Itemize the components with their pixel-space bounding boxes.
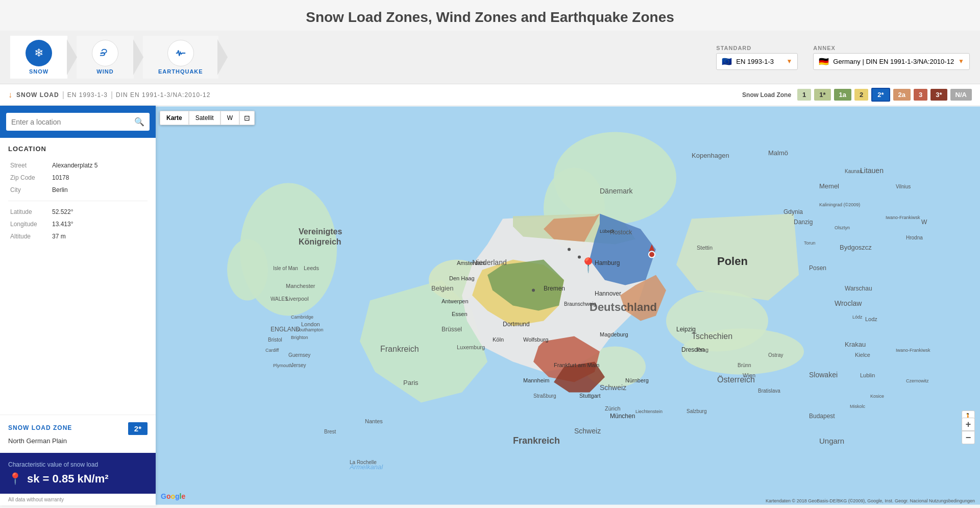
breadcrumb-standard: EN 1993-1-3 — [67, 91, 108, 99]
standard-select-group: STANDARD 🇪🇺 EN 1993-1-3 ▼ — [716, 45, 798, 70]
zone-badge-na[interactable]: N/A — [950, 89, 972, 101]
svg-text:Luxemburg: Luxemburg — [457, 344, 485, 350]
table-row: Longitude 13.413° — [9, 219, 146, 230]
svg-text:Straßburg: Straßburg — [533, 393, 556, 399]
svg-text:Warschau: Warschau — [845, 285, 872, 292]
map-fullscreen-btn[interactable]: ⊡ — [239, 111, 255, 125]
svg-text:Hrodna: Hrodna — [906, 235, 923, 240]
table-row: Altitude 37 m — [9, 231, 146, 242]
svg-text:Bydgoszcz: Bydgoszcz — [840, 244, 872, 251]
sidebar-item-wind[interactable]: WIND — [77, 36, 134, 79]
svg-text:Manchester: Manchester — [286, 283, 315, 289]
zone-badge-3[interactable]: 3 — [914, 89, 927, 101]
svg-text:Nürnberg: Nürnberg — [625, 377, 649, 383]
location-table: Street Alexanderplatz 5 Zip Code 10178 C… — [8, 159, 148, 197]
char-value-formula: 📍 sk = 0.85 kN/m² — [8, 472, 148, 486]
street-value: Alexanderplatz 5 — [51, 160, 146, 171]
svg-text:Köln: Köln — [493, 336, 504, 343]
svg-text:Stuttgart: Stuttgart — [579, 393, 601, 399]
zipcode-value: 10178 — [51, 172, 146, 183]
svg-text:Deutschland: Deutschland — [590, 301, 657, 313]
svg-text:Frankreich: Frankreich — [513, 436, 560, 446]
svg-text:Hamburg: Hamburg — [595, 259, 620, 267]
lon-value: 13.413° — [51, 219, 146, 230]
svg-text:Frankreich: Frankreich — [380, 345, 419, 353]
sidebar-item-earthquake[interactable]: EARTHQUAKE — [143, 36, 218, 79]
sidebar-item-snow[interactable]: ❄ SNOW — [10, 36, 67, 79]
table-row: Zip Code 10178 — [9, 172, 146, 183]
svg-text:Olsztyn: Olsztyn — [835, 225, 850, 230]
svg-text:Schweiz: Schweiz — [574, 427, 601, 435]
svg-text:Stettin: Stettin — [697, 245, 713, 251]
lat-value: 52.522° — [51, 206, 146, 217]
zone-badge-2[interactable]: 2 — [854, 89, 868, 101]
page-title: Snow Load Zones, Wind Zones and Earthqua… — [0, 9, 980, 26]
location-section: LOCATION Street Alexanderplatz 5 Zip Cod… — [0, 138, 156, 415]
map-type-karte[interactable]: Karte — [160, 111, 189, 125]
svg-text:Hannover: Hannover — [595, 290, 621, 297]
zone-badge-1s[interactable]: 1* — [814, 89, 830, 101]
snow-load-icon: ↓ — [8, 90, 12, 100]
zone-badge-3s[interactable]: 3* — [930, 89, 947, 101]
svg-text:Nantes: Nantes — [365, 418, 383, 424]
svg-text:Slowakei: Slowakei — [809, 371, 838, 379]
standard-label: STANDARD — [716, 45, 798, 51]
snow-zone-section: SNOW LOAD ZONE 2* North German Plain — [0, 415, 156, 453]
svg-text:Jersey: Jersey — [291, 362, 306, 368]
standard-dropdown[interactable]: 🇪🇺 EN 1993-1-3 ▼ — [716, 53, 798, 70]
coords-table: Latitude 52.522° Longitude 13.413° Altit… — [8, 205, 148, 243]
map-svg: Vereinigtes Königreich Deutschland Polen… — [156, 106, 980, 505]
standard-value: EN 1993-1-3 — [736, 58, 774, 65]
svg-text:Magdeburg: Magdeburg — [600, 331, 628, 337]
annex-select-group: ANNEX 🇩🇪 Germany | DIN EN 1991-1-3/NA:20… — [813, 45, 970, 70]
search-icon[interactable]: 🔍 — [134, 117, 144, 127]
map-type-w[interactable]: W — [220, 111, 239, 125]
svg-text:Miskolc: Miskolc — [850, 404, 866, 409]
svg-text:London: London — [301, 321, 320, 327]
svg-text:Leipzig: Leipzig — [676, 326, 696, 333]
svg-text:Bristol: Bristol — [268, 337, 282, 343]
zoom-in-button[interactable]: + — [962, 418, 975, 431]
svg-text:Amsterdam: Amsterdam — [457, 260, 485, 266]
svg-text:Wien: Wien — [743, 372, 755, 378]
svg-text:Budapest: Budapest — [809, 413, 835, 420]
nav-right: STANDARD 🇪🇺 EN 1993-1-3 ▼ ANNEX 🇩🇪 Germa… — [716, 45, 970, 70]
map-zoom-controls: + − — [962, 418, 975, 444]
annex-label: ANNEX — [813, 45, 970, 51]
svg-point-67 — [532, 289, 535, 292]
map-type-bar: Karte Satellit W ⊡ — [160, 111, 255, 125]
breadcrumb-bar: ↓ SNOW LOAD | EN 1993-1-3 | DIN EN 1991-… — [0, 84, 980, 106]
svg-text:Gdynia: Gdynia — [783, 208, 803, 215]
zone-legend: Snow Load Zone 1 1* 1a 2 2* 2a 3 3* N/A — [742, 88, 972, 102]
annex-value: Germany | DIN EN 1991-1-3/NA:2010-12 — [833, 58, 954, 65]
svg-point-106 — [649, 252, 655, 258]
char-value-label: Characteristic value of snow load — [8, 461, 148, 468]
zone-badge-1a[interactable]: 1a — [834, 89, 851, 101]
svg-text:Ungarn: Ungarn — [819, 437, 844, 445]
zone-badge-1[interactable]: 1 — [797, 89, 811, 101]
zone-badge-2s[interactable]: 2* — [871, 88, 890, 102]
svg-text:Kosice: Kosice — [870, 394, 884, 399]
city-label: City — [9, 184, 50, 196]
svg-text:Posen: Posen — [809, 264, 826, 272]
annex-dropdown[interactable]: 🇩🇪 Germany | DIN EN 1991-1-3/NA:2010-12 … — [813, 53, 970, 70]
map-type-satellit[interactable]: Satellit — [189, 111, 220, 125]
svg-text:Bratislava: Bratislava — [758, 388, 780, 394]
zoom-out-button[interactable]: − — [962, 431, 975, 444]
breadcrumb-annex: DIN EN 1991-1-3/NA:2010-12 — [116, 91, 210, 99]
svg-text:München: München — [610, 413, 635, 420]
svg-text:Litauen: Litauen — [860, 166, 884, 175]
char-value-section: Characteristic value of snow load 📍 sk =… — [0, 453, 156, 494]
earthquake-icon — [167, 40, 194, 66]
main-content: 🔍 LOCATION Street Alexanderplatz 5 Zip C… — [0, 106, 980, 505]
svg-text:Liverpool: Liverpool — [286, 296, 309, 302]
earthquake-label: EARTHQUAKE — [158, 68, 203, 75]
svg-text:Southampton: Southampton — [296, 327, 324, 332]
top-nav: ❄ SNOW WIND EARTHQUAKE — [0, 31, 980, 84]
svg-text:Ostraу: Ostraу — [768, 352, 783, 358]
snow-zone-title: SNOW LOAD ZONE — [8, 424, 72, 431]
svg-point-66 — [568, 248, 571, 251]
svg-text:Belgien: Belgien — [431, 284, 453, 292]
search-input[interactable] — [11, 118, 134, 126]
zone-badge-2a[interactable]: 2a — [893, 89, 911, 101]
